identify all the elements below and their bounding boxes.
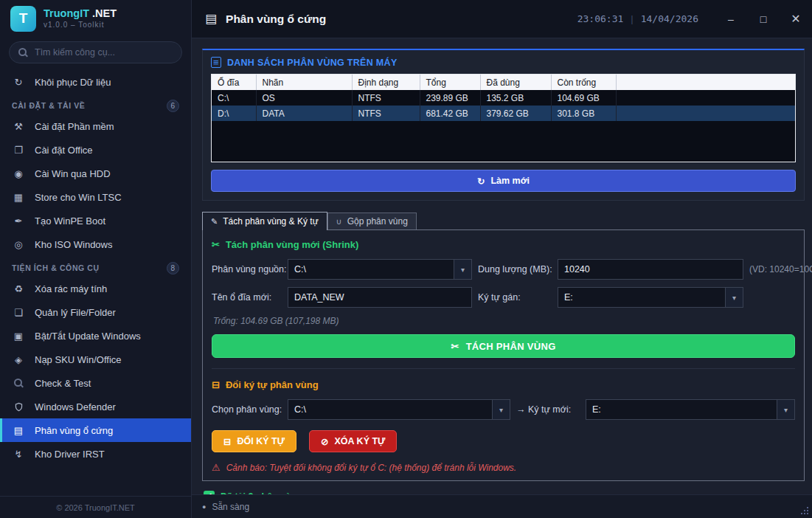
- hdd-icon: ◉: [12, 168, 25, 179]
- chevron-down-icon: ▾: [454, 260, 471, 279]
- change-letter-button[interactable]: ⊟ ĐỔI KÝ TỰ: [212, 430, 296, 452]
- column-header[interactable]: Còn trống: [551, 75, 616, 90]
- app-window: T TruongIT .NET v1.0.0 – Toolkit ↻Khôi p…: [0, 0, 812, 518]
- restore-icon: ↻: [12, 77, 25, 88]
- column-header[interactable]: Định dạng: [352, 75, 420, 90]
- partition-cell: D:\: [212, 106, 256, 121]
- brand-text: TruongIT .NET v1.0.0 – Toolkit: [44, 7, 117, 29]
- change-letter-title-text: Đổi ký tự phân vùng: [226, 379, 319, 390]
- brand: T TruongIT .NET v1.0.0 – Toolkit: [0, 0, 191, 37]
- sku-tag-icon: ◈: [12, 354, 25, 365]
- free-space-hint: Trống: 104.69 GB (107,198 MB): [213, 316, 794, 326]
- sidebar-item[interactable]: ▤Phân vùng ổ cứng: [0, 418, 191, 442]
- partition-row[interactable]: D:\DATANTFS681.42 GB379.62 GB301.8 GB: [212, 106, 795, 121]
- partition-cell: 104.69 GB: [551, 90, 616, 106]
- update-icon: ▣: [12, 331, 25, 342]
- partition-cell: DATA: [256, 106, 352, 121]
- partition-cell: 301.8 GB: [551, 106, 616, 121]
- sidebar-item[interactable]: ◈Nạp SKU Win/Office: [0, 348, 191, 371]
- search-check-icon: [12, 379, 25, 388]
- partition-cell: 379.62 GB: [480, 106, 551, 121]
- new-letter-select[interactable]: E: ▾: [586, 399, 795, 420]
- sidebar-item[interactable]: ⚒Cài đặt Phần mềm: [0, 114, 191, 138]
- shrink-form: Phân vùng nguồn: C:\ ▾ Dung lượng (MB): …: [212, 259, 795, 308]
- tab-bar: ✎ Tách phân vùng & Ký tự ∪ Gộp phân vùng: [202, 212, 805, 229]
- sidebar-search[interactable]: [9, 41, 182, 63]
- sidebar-item[interactable]: ◎Kho ISO Windows: [0, 232, 191, 256]
- app-version: v1.0.0 – Toolkit: [44, 21, 117, 30]
- column-header[interactable]: Ổ đĩa: [212, 75, 256, 90]
- remove-letter-button-label: XÓA KÝ TỰ: [335, 436, 386, 446]
- change-letter-icon: ⊟: [212, 379, 220, 390]
- split-tab-panel: ✂ Tách phân vùng mới (Shrink) Phân vùng …: [202, 229, 805, 481]
- choose-partition-select[interactable]: C:\ ▾: [288, 399, 510, 420]
- clock-time: 23:06:31: [577, 13, 624, 24]
- split-partition-button[interactable]: ✂ TÁCH PHÂN VÙNG: [212, 334, 795, 358]
- sidebar-item[interactable]: Check & Test: [0, 371, 191, 395]
- close-button[interactable]: ✕: [780, 0, 812, 38]
- page-title: Phân vùng ổ cứng: [226, 13, 577, 26]
- tab-split-partition[interactable]: ✎ Tách phân vùng & Ký tự: [202, 212, 327, 230]
- clock-separator: |: [631, 13, 633, 24]
- sidebar-item[interactable]: ▦Store cho Win LTSC: [0, 185, 191, 209]
- source-partition-select[interactable]: C:\ ▾: [288, 259, 472, 280]
- tools-icon: ⚒: [12, 121, 25, 132]
- tab-merge-partition[interactable]: ∪ Gộp phân vùng: [327, 213, 417, 229]
- table-header-row: Ổ đĩaNhãnĐịnh dạngTổngĐã dùngCòn trống: [212, 75, 795, 90]
- minimize-button[interactable]: –: [715, 0, 747, 38]
- sidebar-section-header: CÀI ĐẶT & TẢI VỀ6: [0, 94, 191, 114]
- maximize-button[interactable]: □: [747, 0, 780, 38]
- assign-letter-value: E:: [564, 292, 573, 303]
- search-input[interactable]: [35, 47, 173, 58]
- sidebar-item-label: Xóa rác máy tính: [35, 283, 107, 294]
- new-name-input[interactable]: [288, 287, 472, 308]
- sidebar-item-label: Phân vùng ổ cứng: [35, 425, 113, 436]
- sidebar-item[interactable]: ❐Cài đặt Office: [0, 138, 191, 162]
- change-letter-icon: ⊟: [223, 436, 231, 447]
- window-controls: – □ ✕: [715, 0, 812, 38]
- sidebar-item-label: Nạp SKU Win/Office: [35, 354, 122, 365]
- warning-text: Cảnh báo: Tuyệt đối không đổi ký tự ổ C:…: [226, 463, 517, 473]
- sidebar-item[interactable]: ↯Kho Driver IRST: [0, 442, 191, 466]
- partition-cell: C:\: [212, 90, 256, 106]
- column-header[interactable]: Tổng: [420, 75, 480, 90]
- sidebar-item[interactable]: ✒Tạo WinPE Boot: [0, 209, 191, 232]
- partition-cell: 239.89 GB: [420, 90, 480, 106]
- split-partition-button-label: TÁCH PHÂN VÙNG: [466, 341, 556, 352]
- column-header[interactable]: Nhãn: [256, 75, 352, 90]
- main-area: ▤ Phân vùng ổ cứng 23:06:31 | 14/04/2026…: [192, 0, 812, 518]
- sidebar-item[interactable]: ❏Quản lý File/Folder: [0, 300, 191, 324]
- partition-cell: NTFS: [352, 90, 420, 106]
- sidebar-item-label: Quản lý File/Folder: [35, 307, 116, 318]
- partition-cell-filler: [616, 90, 795, 106]
- change-letter-section: ⊟ Đổi ký tự phân vùng Chọn phân vùng: C:…: [212, 368, 795, 473]
- size-input[interactable]: [558, 259, 743, 280]
- sidebar-item[interactable]: Windows Defender: [0, 395, 191, 418]
- partition-cell: NTFS: [352, 106, 420, 121]
- partition-row[interactable]: C:\OSNTFS239.89 GB135.2 GB104.69 GB: [212, 90, 795, 106]
- shrink-section-title: ✂ Tách phân vùng mới (Shrink): [212, 239, 795, 250]
- sidebar-item[interactable]: ♻Xóa rác máy tính: [0, 277, 191, 300]
- partition-cell: 135.2 GB: [480, 90, 551, 106]
- sidebar-item-label: Check & Test: [35, 378, 91, 389]
- sidebar-item-label: Khôi phục Dữ liệu: [35, 77, 111, 88]
- sidebar-item[interactable]: ▣Bật/Tắt Update Windows: [0, 324, 191, 348]
- refresh-button[interactable]: ↻ Làm mới: [211, 170, 796, 192]
- sidebar-item-label: Kho ISO Windows: [35, 239, 113, 250]
- sidebar-section-header: TIỆN ÍCH & CÔNG CỤ8: [0, 256, 191, 277]
- new-letter-label: → Ký tự mới:: [516, 404, 580, 415]
- remove-letter-button[interactable]: ⊘ XÓA KÝ TỰ: [309, 430, 397, 452]
- resize-grip[interactable]: [799, 505, 808, 514]
- iso-disc-icon: ◎: [12, 239, 25, 250]
- sidebar-item[interactable]: ◉Cài Win qua HDD: [0, 162, 191, 185]
- partitions-panel-title: DANH SÁCH PHÂN VÙNG TRÊN MÁY: [227, 58, 398, 68]
- sidebar: T TruongIT .NET v1.0.0 – Toolkit ↻Khôi p…: [0, 0, 192, 518]
- warning-message: ⚠ Cảnh báo: Tuyệt đối không đổi ký tự ổ …: [212, 462, 795, 473]
- clock-date: 14/04/2026: [641, 13, 698, 24]
- refresh-icon: ↻: [477, 176, 485, 187]
- column-header[interactable]: Đã dùng: [480, 75, 551, 90]
- chevron-down-icon: ▾: [777, 400, 794, 419]
- assign-letter-select[interactable]: E: ▾: [558, 287, 743, 308]
- sidebar-item[interactable]: ↻Khôi phục Dữ liệu: [0, 70, 191, 94]
- partitions-panel-header: ≡ DANH SÁCH PHÂN VÙNG TRÊN MÁY: [211, 57, 796, 68]
